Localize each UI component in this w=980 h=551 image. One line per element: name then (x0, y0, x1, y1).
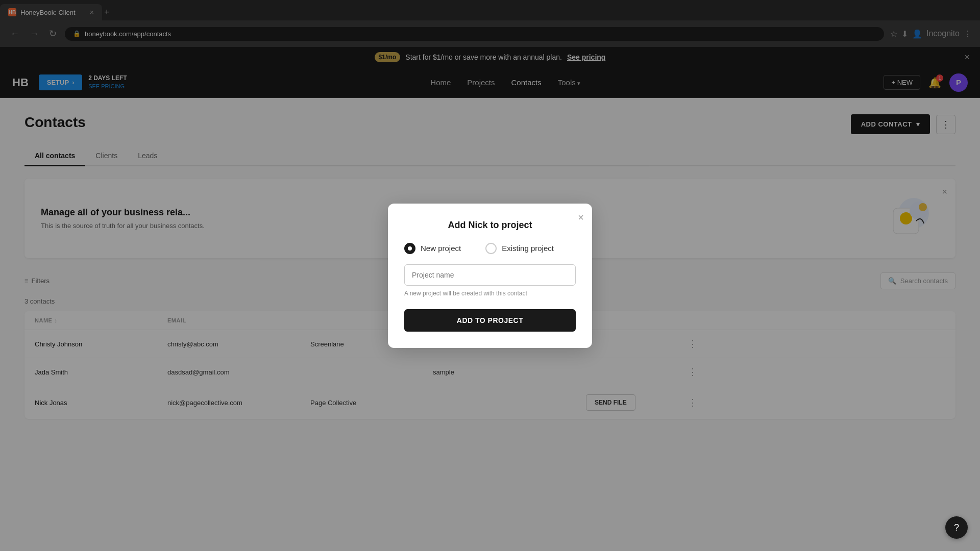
input-hint: A new project will be created with this … (404, 290, 576, 297)
modal-title: Add Nick to project (404, 220, 576, 231)
new-project-option[interactable]: New project (404, 243, 461, 254)
existing-project-option[interactable]: Existing project (485, 243, 554, 254)
add-to-project-button[interactable]: ADD TO PROJECT (404, 309, 576, 332)
existing-project-label: Existing project (502, 244, 554, 253)
new-project-radio[interactable] (404, 243, 415, 254)
add-to-project-modal: Add Nick to project × New project Existi… (388, 204, 592, 348)
project-type-radio-group: New project Existing project (404, 243, 576, 254)
modal-overlay[interactable]: Add Nick to project × New project Existi… (0, 0, 980, 551)
project-name-input[interactable] (404, 264, 576, 286)
existing-project-radio[interactable] (485, 243, 497, 254)
new-project-label: New project (421, 244, 461, 253)
modal-close-btn[interactable]: × (578, 212, 584, 223)
help-button[interactable]: ? (945, 516, 968, 539)
